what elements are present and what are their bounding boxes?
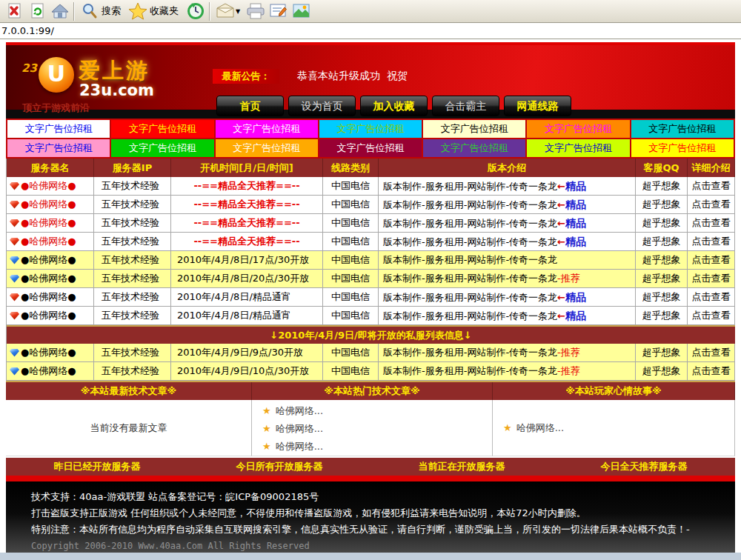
detail-link-cell[interactable]: 点击查看	[688, 270, 735, 288]
upcoming-separator: ↓2010年/4月/9日/即将开放的私服列表信息↓	[7, 325, 735, 344]
detail-link-cell[interactable]: 点击查看	[688, 362, 735, 381]
nav-button[interactable]: 网通线路	[504, 96, 571, 116]
server-ip-cell: 五年技术经验	[94, 233, 171, 251]
table-rows-after: ●哈佛网络●五年技术经验2010年/4月/9日/9点/30开放中国电信版本制作-…	[7, 344, 735, 381]
detail-link-cell[interactable]: 点击查看	[688, 233, 735, 251]
server-name-cell[interactable]: ●哈佛网络●	[7, 344, 94, 362]
ad-slot[interactable]: 文字广告位招租	[111, 120, 213, 138]
ad-slot[interactable]: 文字广告位招租	[319, 139, 422, 157]
column-header: 详细介绍	[688, 159, 735, 177]
quick-link[interactable]: 今日所有开放服务器	[188, 458, 370, 476]
ad-slot[interactable]: 文字广告位招租	[631, 139, 734, 157]
service-qq-cell: 超乎想象	[636, 233, 688, 251]
nav-button[interactable]: 首页	[216, 96, 284, 116]
server-row: ●哈佛网络●五年技术经验2010年/4月/8日/17点/30开放中国电信版本制作…	[7, 251, 735, 270]
quick-link[interactable]: 当前正在开放服务器	[370, 458, 553, 476]
version-cell[interactable]: 版本制作-服务租用-网站制作-传奇一条龙-推荐	[379, 362, 636, 381]
ad-slot[interactable]: 文字广告位招租	[527, 120, 629, 138]
server-name: ●哈佛网络●	[21, 288, 76, 306]
favorites-icon[interactable]	[127, 1, 148, 21]
detail-link-cell[interactable]: 点击查看	[688, 307, 735, 325]
print-icon[interactable]	[245, 1, 266, 21]
home-icon[interactable]	[49, 1, 70, 21]
nav-button[interactable]: 设为首页	[288, 96, 356, 116]
detail-link-cell[interactable]: 点击查看	[688, 214, 735, 233]
player-stories-header: ※本站玩家心情故事※	[493, 382, 735, 400]
detail-link-cell[interactable]: 点击查看	[688, 196, 735, 214]
server-name-cell[interactable]: ●哈佛网络●	[7, 177, 94, 196]
column-header: 服务器IP	[94, 159, 171, 177]
version-cell[interactable]: 版本制作-服务租用-网站制作-传奇一条龙←精品	[379, 233, 636, 251]
favorites-label[interactable]: 收藏夹	[150, 4, 179, 18]
nav-button[interactable]: 合击霸主	[432, 96, 499, 116]
version-cell[interactable]: 版本制作-服务租用-网站制作-传奇一条龙←精品	[379, 196, 636, 214]
ad-slot[interactable]: 文字广告位招租	[423, 139, 525, 157]
detail-link-cell[interactable]: 点击查看	[688, 177, 735, 196]
mail-icon[interactable]	[214, 1, 236, 21]
search-icon[interactable]	[79, 1, 100, 21]
detail-link-cell[interactable]: 点击查看	[688, 344, 735, 362]
footer-support-line: 技术支持：40aa-游戏联盟 站点备案登记号：皖ICP备09002185号	[31, 489, 735, 505]
ad-slot[interactable]: 文字广告位招租	[423, 120, 525, 138]
version-extra: -推荐	[557, 273, 580, 284]
footer-copyright: Copyright 2006-2010 Www.40aa.Com All Rig…	[31, 538, 735, 554]
address-text[interactable]: 7.0.0.1:99/	[1, 25, 54, 36]
server-row: ●哈佛网络●五年技术经验--==精品全天推荐==--中国电信版本制作-服务租用-…	[7, 177, 735, 196]
detail-link-cell[interactable]: 点击查看	[688, 288, 735, 307]
mail-dropdown-caret[interactable]: ▼	[236, 8, 240, 15]
server-name: ●哈佛网络●	[21, 196, 76, 213]
edit-icon[interactable]	[268, 1, 289, 21]
version-cell[interactable]: 版本制作-服务租用-网站制作-传奇一条龙←精品	[379, 214, 636, 233]
server-name-cell[interactable]: ●哈佛网络●	[7, 214, 94, 233]
version-cell[interactable]: 版本制作-服务租用-网站制作-传奇一条龙←精品	[379, 307, 636, 325]
article-link[interactable]: ★哈佛网络...	[262, 402, 492, 420]
refresh-icon[interactable]	[26, 1, 47, 21]
search-label[interactable]: 搜索	[102, 4, 121, 18]
site-tagline: 顶立于游戏前沿	[22, 101, 90, 115]
red-gem-icon	[10, 219, 19, 227]
server-ip-cell: 五年技术经验	[94, 177, 171, 196]
server-name-cell[interactable]: ●哈佛网络●	[7, 270, 94, 288]
ad-slot[interactable]: 文字广告位招租	[319, 120, 422, 138]
logo-23-text: 23	[21, 61, 37, 75]
version-cell[interactable]: 版本制作-服务租用-网站制作-传奇一条龙-推荐	[379, 344, 636, 362]
version-cell[interactable]: 版本制作-服务租用-网站制作-传奇一条龙←精品	[379, 288, 636, 307]
version-cell[interactable]: 版本制作-服务租用-网站制作-传奇一条龙-推荐	[379, 270, 636, 288]
ad-slot[interactable]: 文字广告位招租	[7, 120, 110, 138]
article-link[interactable]: ★哈佛网络...	[262, 438, 492, 456]
server-name-cell[interactable]: ●哈佛网络●	[7, 362, 94, 381]
server-name-cell[interactable]: ●哈佛网络●	[7, 307, 94, 325]
nav-button[interactable]: 加入收藏	[360, 96, 428, 116]
server-name: ●哈佛网络●	[21, 344, 76, 361]
open-time-cell: --==精品全天推荐==--	[171, 214, 323, 233]
stop-icon[interactable]	[3, 1, 24, 21]
ad-slot[interactable]: 文字广告位招租	[7, 139, 110, 157]
ad-slot[interactable]: 文字广告位招租	[216, 120, 318, 138]
server-ip-cell: 五年技术经验	[94, 270, 171, 288]
latest-articles-header: ※本站最新技术文章※	[6, 382, 252, 400]
server-ip-cell: 五年技术经验	[94, 307, 171, 325]
version-cell[interactable]: 版本制作-服务租用-网站制作-传奇一条龙←精品	[379, 177, 636, 196]
address-bar[interactable]: 7.0.0.1:99/	[0, 23, 741, 39]
detail-link-cell[interactable]: 点击查看	[688, 251, 735, 270]
server-name-cell[interactable]: ●哈佛网络●	[7, 288, 94, 307]
server-name-cell[interactable]: ●哈佛网络●	[7, 196, 94, 214]
server-name: ●哈佛网络●	[21, 270, 76, 287]
server-ip-cell: 五年技术经验	[94, 288, 171, 307]
ad-slot[interactable]: 文字广告位招租	[111, 139, 213, 157]
ad-slot[interactable]: 文字广告位招租	[527, 139, 629, 157]
server-name-cell[interactable]: ●哈佛网络●	[7, 233, 94, 251]
quick-link[interactable]: 昨日已经开放服务器	[6, 458, 188, 476]
quick-link[interactable]: 今日全天推荐服务器	[553, 458, 735, 476]
version-cell[interactable]: 版本制作-服务租用-网站制作-传奇一条龙	[379, 251, 636, 270]
ad-slot[interactable]: 文字广告位招租	[631, 120, 734, 138]
red-divider	[6, 476, 735, 481]
server-name: ●哈佛网络●	[21, 307, 76, 324]
blue-gem-icon	[10, 367, 19, 376]
article-link[interactable]: ★哈佛网络...	[503, 419, 564, 437]
server-name-cell[interactable]: ●哈佛网络●	[7, 251, 94, 270]
article-link[interactable]: ★哈佛网络...	[262, 420, 492, 438]
messenger-icon[interactable]	[290, 1, 312, 21]
history-icon[interactable]	[185, 1, 206, 21]
ad-slot[interactable]: 文字广告位招租	[216, 139, 318, 157]
